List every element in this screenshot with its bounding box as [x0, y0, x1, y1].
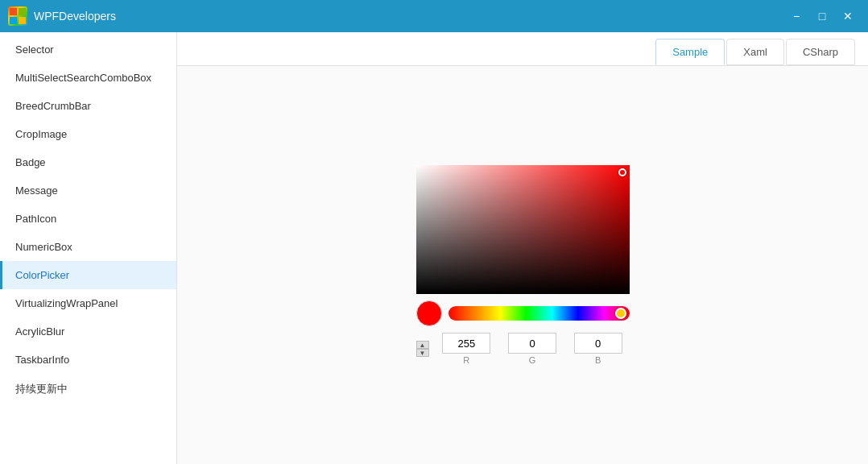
sidebar-item-taskbarinfo[interactable]: TaskbarInfo — [0, 346, 176, 374]
g-field: G — [501, 333, 564, 365]
svg-rect-2 — [10, 17, 17, 24]
minimize-button[interactable]: − — [784, 4, 808, 28]
svg-rect-0 — [10, 8, 17, 15]
svg-rect-3 — [19, 17, 26, 24]
color-picker-widget: ▲ ▼ R G B — [416, 165, 630, 365]
sidebar-item-multiselect[interactable]: MultiSelectSearchComboBox — [0, 64, 176, 92]
rgb-row: ▲ ▼ R G B — [416, 333, 630, 365]
main-layout: Selector MultiSelectSearchComboBox Breed… — [0, 32, 868, 464]
sidebar-item-virtualizingwrappanel[interactable]: VirtualizingWrapPanel — [0, 289, 176, 317]
sidebar-item-numericbox[interactable]: NumericBox — [0, 233, 176, 261]
sidebar-item-colorpicker[interactable]: ColorPicker — [0, 261, 176, 289]
sidebar-item-message[interactable]: Message — [0, 176, 176, 205]
r-input[interactable] — [442, 333, 490, 354]
app-icon — [8, 6, 27, 26]
sidebar-item-cropimage[interactable]: CropImage — [0, 120, 176, 148]
color-gradient-box[interactable] — [416, 165, 630, 294]
hue-slider-handle — [615, 308, 626, 319]
stepper-up-button[interactable]: ▲ — [416, 341, 429, 349]
tab-bar: Sample Xaml CSharp — [177, 32, 868, 66]
r-label: R — [463, 355, 469, 365]
sidebar-item-updates[interactable]: 持续更新中 — [0, 374, 176, 404]
gradient-handle[interactable] — [618, 168, 626, 176]
hue-slider[interactable] — [448, 306, 630, 321]
b-input[interactable] — [574, 333, 622, 354]
window-controls: − □ ✕ — [784, 4, 860, 28]
color-row — [416, 300, 630, 326]
tab-sample[interactable]: Sample — [655, 39, 725, 65]
value-stepper: ▲ ▼ — [416, 341, 429, 357]
tab-csharp[interactable]: CSharp — [786, 39, 855, 65]
color-preview — [416, 300, 442, 326]
hue-slider-container — [448, 306, 630, 321]
titlebar: WPFDevelopers − □ ✕ — [0, 0, 868, 32]
content-area: Sample Xaml CSharp — [177, 32, 868, 464]
sidebar-item-selector[interactable]: Selector — [0, 35, 176, 64]
sidebar-item-acrylicblur[interactable]: AcrylicBlur — [0, 317, 176, 346]
sidebar-item-badge[interactable]: Badge — [0, 148, 176, 176]
gradient-dark-layer — [416, 165, 630, 294]
sidebar-item-breadcrumb[interactable]: BreedCrumbBar — [0, 92, 176, 120]
sidebar-item-pathicon[interactable]: PathIcon — [0, 205, 176, 233]
close-button[interactable]: ✕ — [836, 4, 860, 28]
app-title: WPFDevelopers — [34, 10, 784, 23]
b-label: B — [595, 355, 601, 365]
tab-xaml[interactable]: Xaml — [726, 39, 784, 65]
sidebar: Selector MultiSelectSearchComboBox Breed… — [0, 32, 177, 464]
g-input[interactable] — [508, 333, 556, 354]
r-field: R — [436, 333, 498, 365]
g-label: G — [529, 355, 536, 365]
sample-area: ▲ ▼ R G B — [177, 66, 868, 464]
svg-rect-1 — [19, 8, 26, 15]
stepper-down-button[interactable]: ▼ — [416, 349, 429, 357]
b-field: B — [567, 333, 630, 365]
maximize-button[interactable]: □ — [810, 4, 834, 28]
